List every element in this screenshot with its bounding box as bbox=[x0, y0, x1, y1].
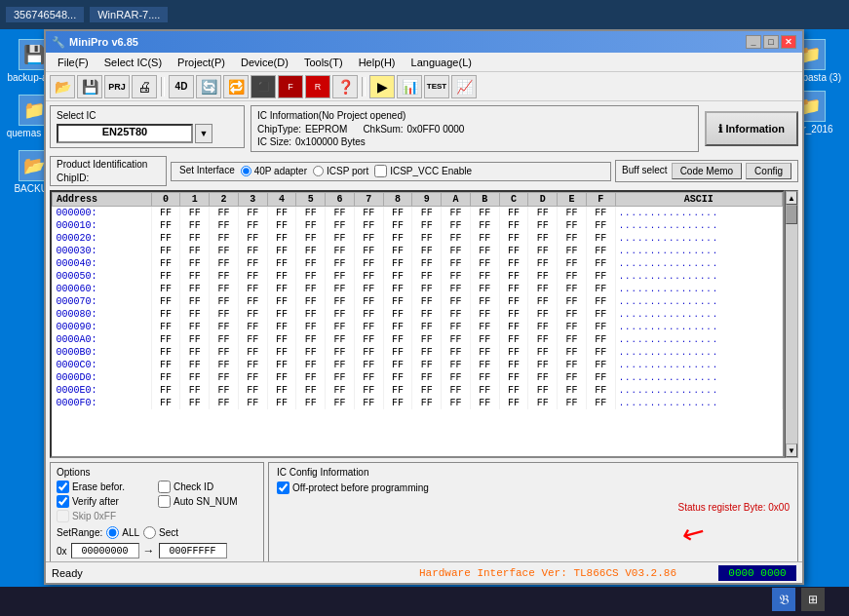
cb-verify-input[interactable] bbox=[57, 495, 69, 508]
hex-cell[interactable]: FF bbox=[180, 321, 210, 333]
hex-cell[interactable]: FF bbox=[499, 245, 528, 257]
toolbar-open[interactable]: 📂 bbox=[50, 75, 75, 98]
hex-cell[interactable]: FF bbox=[238, 384, 267, 397]
hex-cell[interactable]: FF bbox=[326, 207, 355, 220]
hex-cell[interactable]: FF bbox=[354, 295, 383, 308]
hex-cell[interactable]: FF bbox=[383, 245, 412, 257]
menu-device[interactable]: Device(D) bbox=[233, 55, 296, 70]
hex-cell[interactable]: FF bbox=[442, 270, 471, 283]
hex-cell[interactable]: FF bbox=[354, 219, 383, 232]
toolbar-run[interactable]: ▶ bbox=[369, 75, 395, 98]
menu-file[interactable]: File(F) bbox=[50, 55, 96, 70]
hex-cell[interactable]: FF bbox=[151, 397, 180, 409]
hex-cell[interactable]: FF bbox=[383, 295, 412, 308]
hex-cell[interactable]: FF bbox=[558, 295, 587, 308]
hex-cell[interactable]: FF bbox=[558, 371, 587, 384]
hex-cell[interactable]: FF bbox=[470, 359, 499, 371]
ic-select-display[interactable]: EN25T80 bbox=[57, 124, 193, 143]
hex-cell[interactable]: FF bbox=[238, 270, 267, 283]
hex-cell[interactable]: FF bbox=[412, 283, 442, 295]
hex-cell[interactable]: FF bbox=[558, 333, 587, 346]
hex-cell[interactable]: FF bbox=[412, 371, 442, 384]
scroll-down-arrow[interactable]: ▼ bbox=[786, 443, 797, 457]
hex-cell[interactable]: FF bbox=[383, 384, 412, 397]
windows-icon[interactable]: ⊞ bbox=[801, 588, 825, 611]
toolbar-prj[interactable]: PRJ bbox=[104, 75, 130, 98]
hex-cell[interactable]: FF bbox=[354, 245, 383, 257]
hex-cell[interactable]: FF bbox=[180, 384, 210, 397]
hex-cell[interactable]: FF bbox=[326, 371, 355, 384]
hex-cell[interactable]: FF bbox=[151, 283, 180, 295]
hex-cell[interactable]: FF bbox=[442, 333, 471, 346]
hex-cell[interactable]: FF bbox=[180, 308, 210, 321]
hex-cell[interactable]: FF bbox=[470, 346, 499, 359]
hex-cell[interactable]: FF bbox=[354, 384, 383, 397]
checkbox-icsp-vcc[interactable]: ICSP_VCC Enable bbox=[374, 165, 472, 177]
hex-cell[interactable]: FF bbox=[238, 371, 267, 384]
hex-cell[interactable]: FF bbox=[442, 283, 471, 295]
hex-cell[interactable]: FF bbox=[267, 308, 296, 321]
cb-skip-ff[interactable]: Skip 0xFF bbox=[57, 510, 156, 522]
hex-cell[interactable]: FF bbox=[180, 346, 210, 359]
hex-cell[interactable]: FF bbox=[296, 371, 326, 384]
hex-cell[interactable]: FF bbox=[470, 245, 499, 257]
hex-cell[interactable]: FF bbox=[586, 308, 615, 321]
hex-cell[interactable]: FF bbox=[470, 295, 499, 308]
hex-cell[interactable]: FF bbox=[412, 257, 442, 270]
hex-cell[interactable]: FF bbox=[442, 321, 471, 333]
hex-cell[interactable]: FF bbox=[470, 257, 499, 270]
hex-cell[interactable]: FF bbox=[558, 257, 587, 270]
hex-cell[interactable]: FF bbox=[499, 321, 528, 333]
hex-cell[interactable]: FF bbox=[180, 283, 210, 295]
hex-cell[interactable]: FF bbox=[499, 346, 528, 359]
table-row[interactable]: 0000B0:FFFFFFFFFFFFFFFFFFFFFFFFFFFFFFFF.… bbox=[53, 346, 783, 359]
taskbar-item-minipro[interactable]: 356746548... bbox=[6, 7, 84, 22]
hex-cell[interactable]: FF bbox=[586, 283, 615, 295]
hex-cell[interactable]: FF bbox=[528, 232, 558, 245]
hex-cell[interactable]: FF bbox=[586, 232, 615, 245]
radio-icsp-input[interactable] bbox=[313, 166, 324, 176]
hex-cell[interactable]: FF bbox=[470, 384, 499, 397]
hex-cell[interactable]: FF bbox=[151, 359, 180, 371]
hex-cell[interactable]: FF bbox=[238, 219, 267, 232]
hex-cell[interactable]: FF bbox=[151, 384, 180, 397]
radio-sect[interactable]: Sect bbox=[143, 526, 178, 539]
hex-cell[interactable]: FF bbox=[267, 257, 296, 270]
hex-cell[interactable]: FF bbox=[528, 397, 558, 409]
cb-erase[interactable]: Erase befor. bbox=[57, 481, 156, 493]
hex-cell[interactable]: FF bbox=[442, 359, 471, 371]
hex-cell[interactable]: FF bbox=[586, 321, 615, 333]
table-row[interactable]: 000000:FFFFFFFFFFFFFFFFFFFFFFFFFFFFFFFF.… bbox=[53, 207, 783, 220]
hex-cell[interactable]: FF bbox=[528, 207, 558, 220]
scroll-thumb[interactable] bbox=[786, 205, 797, 224]
hex-cell[interactable]: FF bbox=[210, 321, 239, 333]
table-row[interactable]: 000060:FFFFFFFFFFFFFFFFFFFFFFFFFFFFFFFF.… bbox=[53, 283, 783, 295]
hex-cell[interactable]: FF bbox=[499, 371, 528, 384]
hex-cell[interactable]: FF bbox=[528, 321, 558, 333]
hex-cell[interactable]: FF bbox=[326, 321, 355, 333]
hex-cell[interactable]: FF bbox=[210, 308, 239, 321]
hex-cell[interactable]: FF bbox=[528, 384, 558, 397]
menu-select-ic[interactable]: Select IC(S) bbox=[96, 55, 170, 70]
ic-dropdown-btn[interactable]: ▼ bbox=[195, 124, 212, 143]
hex-cell[interactable]: FF bbox=[238, 397, 267, 409]
hex-cell[interactable]: FF bbox=[296, 232, 326, 245]
hex-cell[interactable]: FF bbox=[499, 333, 528, 346]
hex-cell[interactable]: FF bbox=[442, 371, 471, 384]
hex-cell[interactable]: FF bbox=[528, 219, 558, 232]
hex-cell[interactable]: FF bbox=[354, 207, 383, 220]
hex-cell[interactable]: FF bbox=[383, 321, 412, 333]
hex-cell[interactable]: FF bbox=[412, 359, 442, 371]
hex-cell[interactable]: FF bbox=[326, 397, 355, 409]
hex-cell[interactable]: FF bbox=[558, 270, 587, 283]
config-button[interactable]: Config bbox=[746, 163, 791, 179]
range-end-input[interactable] bbox=[159, 543, 227, 558]
hex-cell[interactable]: FF bbox=[326, 270, 355, 283]
hex-cell[interactable]: FF bbox=[296, 245, 326, 257]
hex-cell[interactable]: FF bbox=[412, 245, 442, 257]
toolbar-4d[interactable]: 4D bbox=[169, 75, 194, 98]
hex-cell[interactable]: FF bbox=[210, 371, 239, 384]
hex-cell[interactable]: FF bbox=[442, 295, 471, 308]
hex-cell[interactable]: FF bbox=[558, 397, 587, 409]
cb-verify[interactable]: Verify after bbox=[57, 495, 156, 508]
